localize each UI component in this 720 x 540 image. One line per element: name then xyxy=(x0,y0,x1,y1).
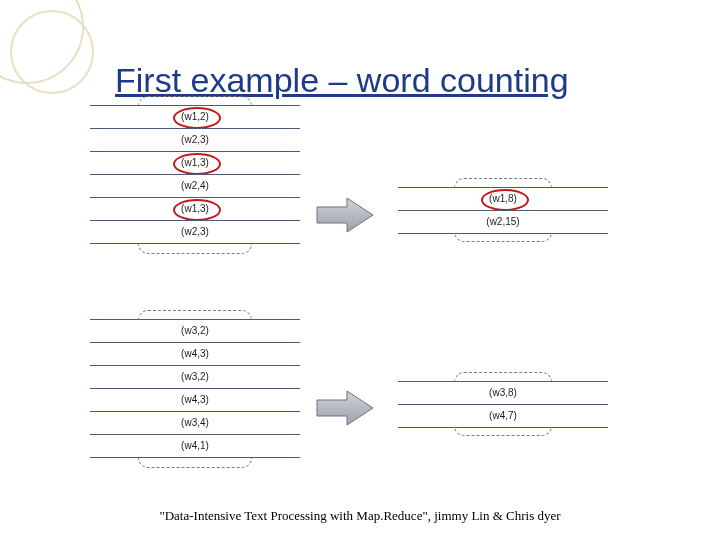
data-row: (w2,15) xyxy=(398,210,608,234)
data-row: (w2,3) xyxy=(90,128,300,152)
data-rows: (w3,8)(w4,7) xyxy=(398,382,608,428)
data-rows: (w1,2)(w2,3)(w1,3)(w2,4)(w1,3)(w2,3) xyxy=(90,106,300,244)
footer-citation: "Data-Intensive Text Processing with Map… xyxy=(0,508,720,524)
data-row: (w4,1) xyxy=(90,434,300,458)
data-row: (w1,2) xyxy=(90,105,300,129)
data-row: (w1,3) xyxy=(90,151,300,175)
data-rows: (w1,8)(w2,15) xyxy=(398,188,608,234)
data-row: (w3,2) xyxy=(90,365,300,389)
data-row: (w1,8) xyxy=(398,187,608,211)
data-row: (w3,2) xyxy=(90,319,300,343)
data-row: (w3,4) xyxy=(90,411,300,435)
arrow-icon xyxy=(315,195,375,235)
highlight-circle-icon xyxy=(173,199,221,221)
highlight-circle-icon xyxy=(481,189,529,211)
data-row: (w3,8) xyxy=(398,381,608,405)
highlight-circle-icon xyxy=(173,107,221,129)
data-row: (w2,3) xyxy=(90,220,300,244)
data-row: (w1,3) xyxy=(90,197,300,221)
svg-marker-1 xyxy=(317,391,373,425)
data-row: (w2,4) xyxy=(90,174,300,198)
data-row: (w4,7) xyxy=(398,404,608,428)
page-title: First example – word counting xyxy=(115,61,569,100)
corner-decoration xyxy=(0,0,100,100)
highlight-circle-icon xyxy=(173,153,221,175)
data-row: (w4,3) xyxy=(90,342,300,366)
data-rows: (w3,2)(w4,3)(w3,2)(w4,3)(w3,4)(w4,1) xyxy=(90,320,300,458)
data-row: (w4,3) xyxy=(90,388,300,412)
arrow-icon xyxy=(315,388,375,428)
svg-marker-0 xyxy=(317,198,373,232)
